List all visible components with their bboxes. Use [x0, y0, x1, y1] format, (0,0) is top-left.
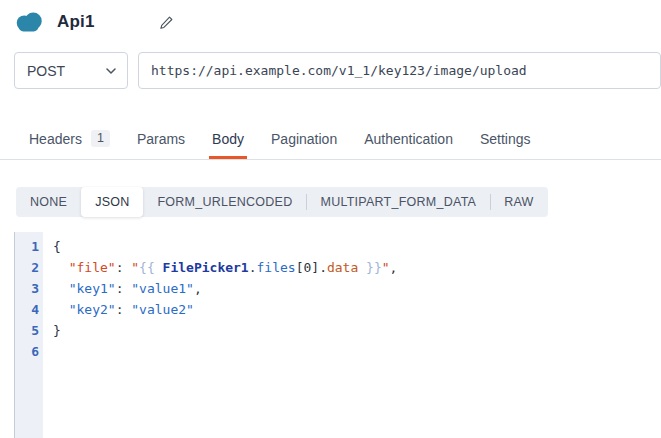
code-line[interactable]: { [53, 236, 661, 257]
line-number: 4 [15, 299, 39, 320]
body-type-raw[interactable]: RAW [490, 187, 547, 217]
tab-settings[interactable]: Settings [477, 122, 534, 159]
line-number: 6 [15, 341, 39, 362]
body-type-multipart_form_data[interactable]: MULTIPART_FORM_DATA [306, 187, 490, 217]
code-line[interactable]: "file": "{{ FilePicker1.files[0].data }}… [53, 257, 661, 278]
code-line[interactable]: "key2": "value2" [53, 299, 661, 320]
cloud-icon [12, 9, 46, 35]
tab-pagination[interactable]: Pagination [268, 122, 340, 159]
tab-headers[interactable]: Headers1 [26, 122, 113, 159]
tab-params[interactable]: Params [134, 122, 188, 159]
body-type-form_urlencoded[interactable]: FORM_URLENCODED [143, 187, 306, 217]
tab-label: Pagination [271, 131, 337, 147]
edit-pencil-icon [159, 15, 174, 30]
line-number: 3 [15, 278, 39, 299]
code-line[interactable]: "key1": "value1", [53, 278, 661, 299]
method-select-value: POST [27, 63, 65, 79]
tab-label: Params [137, 131, 185, 147]
tab-label: Body [212, 131, 244, 147]
editor-gutter: 123456 [15, 232, 43, 438]
tab-count-badge: 1 [91, 130, 110, 147]
tab-label: Settings [480, 131, 531, 147]
edit-name-button[interactable] [157, 13, 176, 32]
code-line[interactable]: } [53, 320, 661, 341]
code-line[interactable] [53, 341, 661, 362]
body-type-none[interactable]: NONE [16, 187, 81, 217]
line-number: 5 [15, 320, 39, 341]
body-type-tabs: NONEJSONFORM_URLENCODEDMULTIPART_FORM_DA… [16, 187, 548, 217]
tab-body[interactable]: Body [209, 122, 247, 159]
page-title: Api1 [57, 12, 95, 32]
request-tabs: Headers1ParamsBodyPaginationAuthenticati… [0, 122, 661, 160]
api-editor-pane: Api1 POST Headers1ParamsBodyPaginationAu… [0, 0, 661, 438]
tab-authentication[interactable]: Authentication [361, 122, 456, 159]
request-row: POST [14, 52, 661, 89]
body-type-json[interactable]: JSON [81, 187, 143, 217]
editor-code[interactable]: { "file": "{{ FilePicker1.files[0].data … [43, 232, 661, 438]
line-number: 1 [15, 236, 39, 257]
body-editor[interactable]: 123456 { "file": "{{ FilePicker1.files[0… [14, 232, 661, 438]
line-number: 2 [15, 257, 39, 278]
url-input[interactable] [138, 52, 661, 89]
api-header: Api1 [12, 8, 661, 36]
method-select[interactable]: POST [14, 52, 128, 89]
chevron-down-icon [106, 68, 116, 74]
tab-label: Authentication [364, 131, 453, 147]
tab-label: Headers [29, 131, 82, 147]
